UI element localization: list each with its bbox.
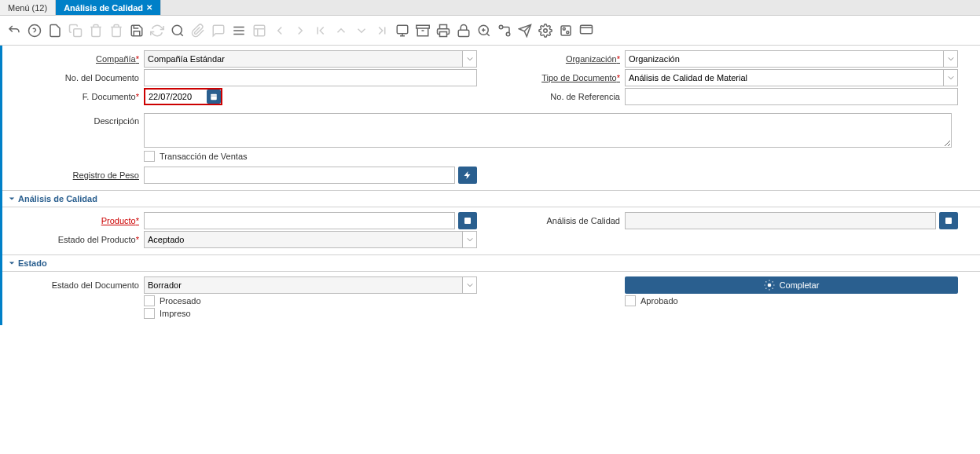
print-icon[interactable] <box>434 21 453 40</box>
label-registro-peso[interactable]: Registro de Peso <box>10 170 144 180</box>
screen-icon[interactable] <box>577 21 596 40</box>
svg-point-27 <box>567 31 569 33</box>
send-icon[interactable] <box>516 21 534 40</box>
svg-rect-30 <box>211 94 217 101</box>
archive-icon[interactable] <box>413 21 432 40</box>
label-impreso: Impreso <box>160 309 191 318</box>
dropdown-compania[interactable] <box>463 50 477 68</box>
lookup-analisis[interactable] <box>939 212 958 229</box>
svg-point-20 <box>499 25 503 29</box>
section-estado[interactable]: Estado <box>2 254 980 272</box>
tab-menu-label: Menú (12) <box>8 3 47 13</box>
field-estado-producto[interactable] <box>144 231 463 248</box>
svg-point-26 <box>563 27 565 30</box>
delete-icon <box>86 21 105 40</box>
label-producto[interactable]: Producto* <box>10 216 144 225</box>
checkbox-aprobado[interactable] <box>625 295 636 306</box>
down-icon <box>352 21 371 40</box>
gear-icon[interactable] <box>536 21 555 40</box>
field-registro-peso[interactable] <box>144 167 455 184</box>
undo-icon[interactable] <box>5 21 24 40</box>
first-icon <box>311 21 330 40</box>
svg-rect-11 <box>397 25 408 34</box>
dropdown-organizacion[interactable] <box>944 50 958 68</box>
svg-point-21 <box>506 32 510 36</box>
delete2-icon <box>107 21 126 40</box>
field-organizacion[interactable] <box>625 50 944 68</box>
label-f-documento: F. Documento* <box>10 92 144 101</box>
label-analisis: Análisis de Calidad <box>491 216 625 225</box>
svg-rect-15 <box>458 30 469 36</box>
label-descripcion: Descripción <box>10 113 144 126</box>
toolbar <box>0 16 980 46</box>
label-procesado: Procesado <box>160 296 201 306</box>
report-icon[interactable] <box>393 21 412 40</box>
calendar-icon[interactable] <box>207 90 221 104</box>
up-icon <box>332 21 351 40</box>
svg-line-17 <box>486 33 489 35</box>
label-estado-producto: Estado del Producto* <box>10 235 144 244</box>
list-icon[interactable] <box>229 21 248 40</box>
field-producto[interactable] <box>144 212 455 229</box>
prev-icon <box>270 21 289 40</box>
label-aprobado: Aprobado <box>640 296 678 306</box>
checkbox-trans-ventas[interactable] <box>144 151 155 162</box>
dropdown-tipo-documento[interactable] <box>944 69 958 86</box>
section-title-calidad: Análisis de Calidad <box>18 194 97 203</box>
field-analisis[interactable] <box>625 212 936 229</box>
svg-rect-33 <box>945 218 952 224</box>
field-no-documento[interactable] <box>144 69 477 86</box>
label-organizacion[interactable]: Organización* <box>491 54 625 64</box>
svg-rect-28 <box>581 25 593 34</box>
main-form: Compañía* Organización* No. del Document… <box>2 46 980 190</box>
tab-bar: Menú (12) Análisis de Calidad ✕ <box>0 0 980 16</box>
section-calidad-body: Producto* Análisis de Calidad Estado del… <box>2 207 980 254</box>
next-icon <box>291 21 310 40</box>
grid-icon <box>250 21 269 40</box>
field-estado-doc[interactable] <box>144 276 463 294</box>
attach-icon <box>189 21 207 40</box>
search-icon[interactable] <box>168 21 187 40</box>
button-completar[interactable]: Completar <box>625 276 958 294</box>
field-compania[interactable] <box>144 50 463 68</box>
section-analisis-calidad[interactable]: Análisis de Calidad <box>2 190 980 207</box>
svg-rect-6 <box>254 25 265 36</box>
label-compania[interactable]: Compañía* <box>10 54 144 64</box>
field-tipo-documento[interactable] <box>625 69 944 86</box>
chat-icon <box>209 21 228 40</box>
zoom-icon[interactable] <box>475 21 494 40</box>
dropdown-estado-producto[interactable] <box>463 231 477 248</box>
tab-analisis-calidad[interactable]: Análisis de Calidad ✕ <box>56 0 161 15</box>
checkbox-procesado[interactable] <box>144 295 155 306</box>
svg-rect-14 <box>440 31 447 36</box>
lookup-registro-peso[interactable] <box>458 167 477 184</box>
copy-icon <box>66 21 85 40</box>
field-no-referencia[interactable] <box>625 88 958 105</box>
section-title-estado: Estado <box>18 258 47 268</box>
section-estado-body: Estado del Documento Completar Procesado <box>2 272 980 325</box>
svg-rect-1 <box>74 28 82 36</box>
checkbox-impreso[interactable] <box>144 308 155 319</box>
svg-rect-32 <box>464 218 471 224</box>
lock-icon[interactable] <box>454 21 473 40</box>
tab-menu[interactable]: Menú (12) <box>0 0 56 15</box>
field-descripcion[interactable] <box>144 113 952 148</box>
info-icon[interactable] <box>556 21 575 40</box>
label-trans-ventas: Transacción de Ventas <box>160 152 248 161</box>
button-completar-label: Completar <box>780 280 820 290</box>
close-icon[interactable]: ✕ <box>146 3 152 12</box>
last-icon <box>373 21 391 40</box>
refresh-icon <box>148 21 167 40</box>
dropdown-estado-doc[interactable] <box>463 276 477 294</box>
label-no-documento: No. del Documento <box>10 73 144 82</box>
help-icon[interactable] <box>25 21 44 40</box>
tab-active-label: Análisis de Calidad <box>64 3 143 13</box>
label-tipo-documento[interactable]: Tipo de Documento* <box>491 73 625 82</box>
new-icon[interactable] <box>46 21 64 40</box>
workflow-icon[interactable] <box>495 21 514 40</box>
label-estado-doc: Estado del Documento <box>10 280 144 290</box>
lookup-producto[interactable] <box>458 212 477 229</box>
label-no-referencia: No. de Referencia <box>491 92 625 101</box>
save-icon[interactable] <box>127 21 146 40</box>
svg-point-2 <box>172 25 182 35</box>
